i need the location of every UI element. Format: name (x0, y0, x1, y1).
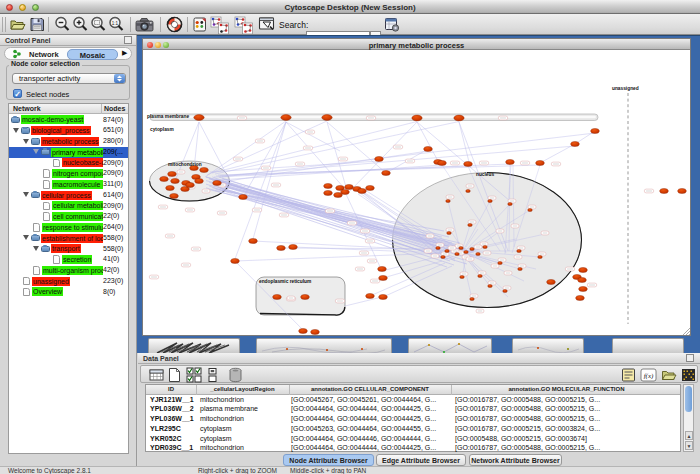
svg-text:unassigned: unassigned (612, 86, 639, 91)
svg-text:nucleus: nucleus (476, 172, 494, 177)
svg-text:endoplasmic reticulum: endoplasmic reticulum (259, 279, 311, 284)
svg-text:cytoplasm: cytoplasm (150, 127, 174, 132)
svg-text:plasma membrane: plasma membrane (147, 114, 189, 119)
svg-text:1:1: 1:1 (112, 21, 119, 26)
svg-text:mitochondrion: mitochondrion (168, 162, 202, 167)
svg-text:f(x): f(x) (644, 372, 654, 380)
